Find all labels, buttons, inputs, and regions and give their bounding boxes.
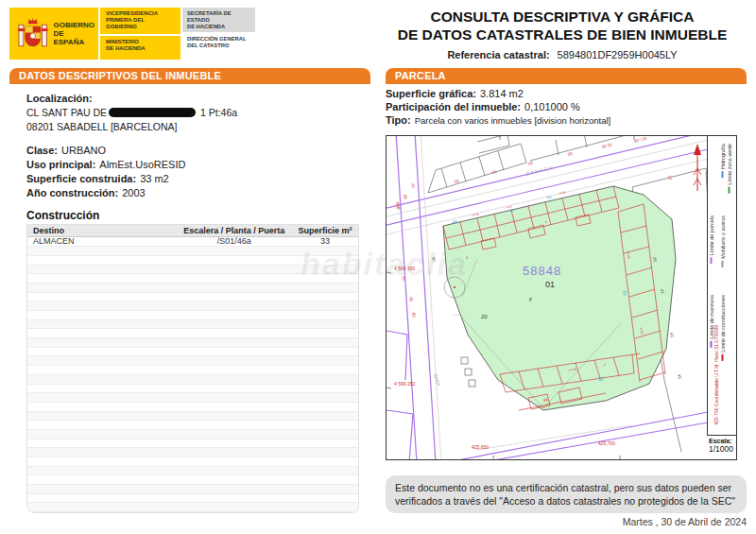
- legend-line-sample: [729, 187, 730, 194]
- table-cell: [292, 329, 358, 338]
- table-cell: [177, 393, 293, 403]
- table-cell: [27, 283, 177, 292]
- document-date: Martes , 30 de Abril de 2024: [386, 516, 747, 527]
- legend-line-sample: [722, 261, 724, 267]
- construccion-table-body: ALMACEN/S01/46a33: [27, 236, 358, 512]
- table-cell: [27, 485, 177, 494]
- superficie-row: Superficie construida:33 m2: [26, 173, 353, 184]
- table-row: [27, 374, 358, 384]
- table-cell: [292, 457, 358, 467]
- inmueble-panel: Localización: CL SANT PAU DE1 Pt:46a 082…: [9, 84, 370, 513]
- uso-label: Uso principal:: [26, 159, 95, 170]
- construccion-title: Construcción: [26, 209, 353, 222]
- table-cell: [292, 411, 358, 421]
- table-cell: [292, 255, 358, 265]
- uso-row: Uso principal:AlmEst.UsoRESID: [26, 159, 353, 170]
- table-cell: [177, 347, 293, 356]
- secretaria-text: SECRETARÍA DE ESTADO DE HACIENDA: [182, 8, 255, 32]
- clase-row: Clase:URBANO: [26, 145, 353, 156]
- table-cell: [177, 265, 293, 274]
- table-cell: [292, 485, 358, 494]
- table-cell: [27, 274, 177, 284]
- table-cell: [292, 493, 358, 503]
- table-row: [27, 402, 358, 411]
- address-suffix: 1 Pt:46a: [200, 107, 237, 118]
- reference-label: Referencia catastral:: [447, 49, 549, 60]
- title-line-1: CONSULTA DESCRIPTIVA Y GRÁFICA: [378, 9, 747, 26]
- table-cell: [27, 402, 177, 411]
- table-cell: [27, 247, 177, 256]
- address-line-2: 08201 SABADELL [BARCELONA]: [26, 121, 353, 132]
- secretaria-column: SECRETARÍA DE ESTADO DE HACIENDA DIRECCI…: [182, 8, 255, 60]
- table-cell: [292, 466, 358, 475]
- clase-label: Clase:: [26, 145, 58, 156]
- table-cell: [177, 301, 293, 311]
- legend-line-sample: [722, 354, 724, 361]
- table-cell: [177, 503, 293, 512]
- col-header-escalera: Escalera / Planta / Puerta: [177, 225, 293, 236]
- gobierno-text: GOBIERNO DE ESPAÑA: [53, 21, 94, 47]
- government-logo: GOBIERNO DE ESPAÑA VICEPRESIDENCIA PRIME…: [9, 8, 255, 60]
- table-cell: [292, 356, 358, 366]
- table-row: [27, 466, 358, 475]
- ministerio-text: MINISTERIO DE HACIENDA: [100, 34, 180, 60]
- street-number: 45: [677, 373, 682, 379]
- localizacion-label: Localización:: [26, 93, 353, 104]
- superficie-value: 33 m2: [140, 173, 169, 184]
- tipo-value: Parcela con varios inmuebles [division h…: [415, 115, 611, 126]
- street-number: 54: [491, 169, 497, 175]
- table-cell: [177, 448, 293, 457]
- street-name-sant: SANT: [433, 373, 441, 387]
- building-annotation: -I+VB: [558, 190, 566, 196]
- table-cell: [292, 503, 358, 512]
- table-row: [27, 503, 358, 512]
- scale-box: Escala: 1/1000: [707, 435, 736, 459]
- table-row: [27, 384, 358, 393]
- legend-item-limite-parcela: Límite de parcela: [710, 215, 715, 266]
- table-row: [27, 356, 358, 366]
- table-cell: [292, 439, 358, 448]
- table-cell: [292, 319, 358, 329]
- certification-disclaimer: Este documento no es una certificación c…: [386, 475, 747, 513]
- table-row: [27, 319, 358, 329]
- table-row: [27, 429, 358, 439]
- table-cell: [292, 448, 358, 457]
- legend-item-zona-verde: Límite zona verde: [728, 144, 733, 196]
- table-cell: [27, 457, 177, 467]
- table-row: [27, 247, 358, 256]
- table-cell: [177, 466, 293, 475]
- table-cell: [27, 374, 177, 384]
- parcel-polygon: [443, 186, 676, 410]
- table-cell: 33: [292, 236, 358, 247]
- table-cell: [27, 347, 177, 356]
- table-row: [27, 338, 358, 348]
- street-number: 30 / 29: [633, 136, 647, 144]
- table-row: [27, 439, 358, 448]
- street-number: 58B: [395, 201, 401, 210]
- utm-coordinates-note: 425 750 Coordenadas U.T.M. Huso 31 ETRS8…: [714, 325, 719, 425]
- col-header-superficie: Superficie m²: [292, 225, 358, 236]
- table-cell: /S01/46a: [177, 236, 293, 247]
- table-cell: [292, 338, 358, 348]
- street-number: 30 32: [601, 142, 613, 149]
- table-row: [27, 283, 358, 292]
- table-row: [27, 329, 358, 338]
- section-bar-parcela: PARCELA: [386, 68, 747, 84]
- participacion-label: Participación del inmueble:: [386, 101, 521, 112]
- street-number: 38: [567, 151, 573, 157]
- table-cell: [292, 247, 358, 256]
- legend-item-limite-construcciones: Límite de construcciones: [721, 295, 727, 363]
- table-cell: [292, 292, 358, 301]
- table-cell: [292, 283, 358, 292]
- street-number: 90: [431, 256, 437, 262]
- table-cell: [177, 247, 293, 256]
- building-annotation: 4: [466, 256, 468, 260]
- table-cell: [27, 493, 177, 503]
- street-number: 80: [411, 312, 417, 318]
- table-row: [27, 347, 358, 356]
- table-row: [27, 457, 358, 467]
- table-cell: [177, 493, 293, 503]
- anio-row: Año construcción:2003: [26, 187, 353, 198]
- cadastral-reference: Referencia catastral:5894801DF2959H0045L…: [378, 49, 747, 60]
- participacion-row: Participación del inmueble:0,101000 %: [386, 101, 747, 112]
